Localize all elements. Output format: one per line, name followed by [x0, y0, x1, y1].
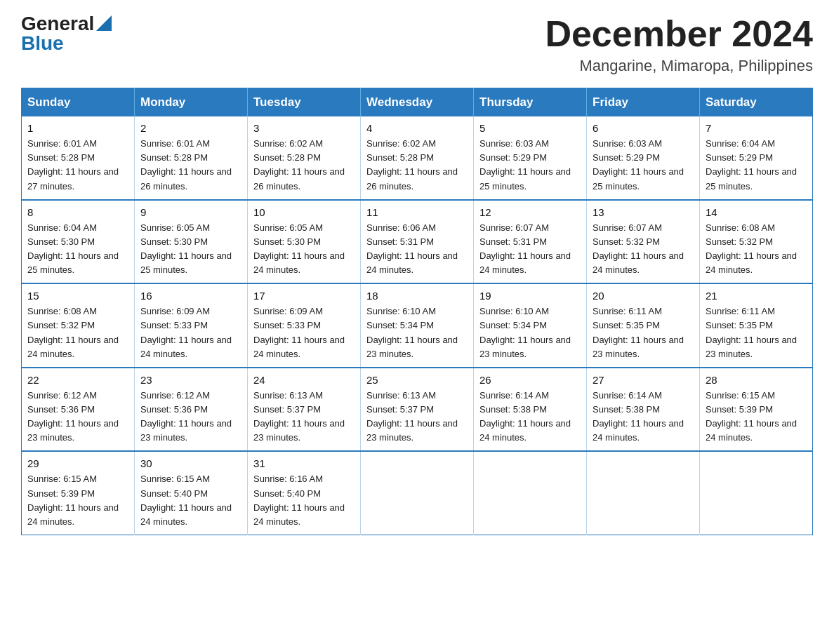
weekday-header-friday: Friday [587, 88, 700, 117]
day-number: 25 [366, 374, 468, 386]
day-info: Sunrise: 6:06 AMSunset: 5:31 PMDaylight:… [366, 221, 468, 278]
day-number: 8 [27, 206, 128, 218]
day-info: Sunrise: 6:12 AMSunset: 5:36 PMDaylight:… [140, 389, 241, 445]
day-number: 20 [593, 290, 694, 302]
day-number: 6 [593, 122, 694, 134]
calendar-day-cell: 1Sunrise: 6:01 AMSunset: 5:28 PMDaylight… [22, 116, 135, 200]
calendar-day-cell: 21Sunrise: 6:11 AMSunset: 5:35 PMDayligh… [700, 283, 813, 368]
day-number: 18 [366, 290, 468, 302]
day-number: 14 [706, 206, 807, 218]
calendar-day-cell: 6Sunrise: 6:03 AMSunset: 5:29 PMDaylight… [587, 116, 700, 200]
day-info: Sunrise: 6:14 AMSunset: 5:38 PMDaylight:… [593, 389, 694, 445]
day-info: Sunrise: 6:15 AMSunset: 5:39 PMDaylight:… [27, 472, 128, 529]
svg-marker-0 [96, 15, 112, 31]
logo-blue-text: Blue [21, 34, 64, 53]
location-subtitle: Mangarine, Mimaropa, Philippines [545, 57, 813, 75]
title-section: December 2024 Mangarine, Mimaropa, Phili… [545, 14, 813, 75]
calendar-week-row: 1Sunrise: 6:01 AMSunset: 5:28 PMDaylight… [22, 116, 813, 200]
day-info: Sunrise: 6:10 AMSunset: 5:34 PMDaylight:… [366, 304, 468, 361]
empty-day-cell [700, 451, 813, 535]
day-number: 12 [479, 206, 581, 218]
day-info: Sunrise: 6:12 AMSunset: 5:36 PMDaylight:… [27, 389, 128, 445]
calendar-day-cell: 8Sunrise: 6:04 AMSunset: 5:30 PMDaylight… [22, 200, 135, 284]
calendar-day-cell: 31Sunrise: 6:16 AMSunset: 5:40 PMDayligh… [248, 451, 361, 535]
day-number: 17 [253, 290, 355, 302]
logo-triangle-icon [96, 15, 112, 31]
calendar-day-cell: 24Sunrise: 6:13 AMSunset: 5:37 PMDayligh… [248, 368, 361, 452]
day-info: Sunrise: 6:16 AMSunset: 5:40 PMDaylight:… [253, 472, 355, 529]
calendar-day-cell: 4Sunrise: 6:02 AMSunset: 5:28 PMDaylight… [361, 116, 474, 200]
day-number: 23 [140, 374, 241, 386]
day-info: Sunrise: 6:02 AMSunset: 5:28 PMDaylight:… [253, 137, 355, 194]
day-number: 7 [706, 122, 807, 134]
day-number: 15 [27, 290, 128, 302]
day-number: 22 [27, 374, 128, 386]
day-info: Sunrise: 6:01 AMSunset: 5:28 PMDaylight:… [140, 137, 241, 194]
day-info: Sunrise: 6:14 AMSunset: 5:38 PMDaylight:… [479, 389, 581, 445]
day-info: Sunrise: 6:15 AMSunset: 5:40 PMDaylight:… [140, 472, 241, 529]
weekday-header-tuesday: Tuesday [248, 88, 361, 117]
calendar-week-row: 8Sunrise: 6:04 AMSunset: 5:30 PMDaylight… [22, 200, 813, 284]
calendar-day-cell: 22Sunrise: 6:12 AMSunset: 5:36 PMDayligh… [22, 368, 135, 452]
day-info: Sunrise: 6:10 AMSunset: 5:34 PMDaylight:… [479, 304, 581, 361]
day-info: Sunrise: 6:05 AMSunset: 5:30 PMDaylight:… [253, 221, 355, 278]
weekday-header-monday: Monday [135, 88, 248, 117]
calendar-day-cell: 12Sunrise: 6:07 AMSunset: 5:31 PMDayligh… [474, 200, 587, 284]
weekday-header-wednesday: Wednesday [361, 88, 474, 117]
calendar-day-cell: 7Sunrise: 6:04 AMSunset: 5:29 PMDaylight… [700, 116, 813, 200]
calendar-day-cell: 10Sunrise: 6:05 AMSunset: 5:30 PMDayligh… [248, 200, 361, 284]
day-number: 28 [706, 374, 807, 386]
calendar-day-cell: 3Sunrise: 6:02 AMSunset: 5:28 PMDaylight… [248, 116, 361, 200]
month-title: December 2024 [545, 14, 813, 54]
calendar-day-cell: 15Sunrise: 6:08 AMSunset: 5:32 PMDayligh… [22, 283, 135, 368]
day-number: 29 [27, 457, 128, 469]
calendar-week-row: 15Sunrise: 6:08 AMSunset: 5:32 PMDayligh… [22, 283, 813, 368]
day-number: 19 [479, 290, 581, 302]
day-number: 2 [140, 122, 241, 134]
calendar-day-cell: 5Sunrise: 6:03 AMSunset: 5:29 PMDaylight… [474, 116, 587, 200]
calendar-day-cell: 26Sunrise: 6:14 AMSunset: 5:38 PMDayligh… [474, 368, 587, 452]
day-info: Sunrise: 6:05 AMSunset: 5:30 PMDaylight:… [140, 221, 241, 278]
day-info: Sunrise: 6:04 AMSunset: 5:30 PMDaylight:… [27, 221, 128, 278]
day-number: 9 [140, 206, 241, 218]
calendar-day-cell: 9Sunrise: 6:05 AMSunset: 5:30 PMDaylight… [135, 200, 248, 284]
calendar-day-cell: 16Sunrise: 6:09 AMSunset: 5:33 PMDayligh… [135, 283, 248, 368]
weekday-header-row: SundayMondayTuesdayWednesdayThursdayFrid… [22, 88, 813, 117]
calendar-day-cell: 14Sunrise: 6:08 AMSunset: 5:32 PMDayligh… [700, 200, 813, 284]
logo-general-text: General [21, 14, 94, 34]
day-number: 30 [140, 457, 241, 469]
calendar-week-row: 22Sunrise: 6:12 AMSunset: 5:36 PMDayligh… [22, 368, 813, 452]
day-number: 3 [253, 122, 355, 134]
day-info: Sunrise: 6:09 AMSunset: 5:33 PMDaylight:… [140, 304, 241, 361]
day-info: Sunrise: 6:08 AMSunset: 5:32 PMDaylight:… [27, 304, 128, 361]
day-number: 21 [706, 290, 807, 302]
day-info: Sunrise: 6:03 AMSunset: 5:29 PMDaylight:… [479, 137, 581, 194]
day-number: 5 [479, 122, 581, 134]
day-info: Sunrise: 6:15 AMSunset: 5:39 PMDaylight:… [706, 389, 807, 445]
calendar-day-cell: 30Sunrise: 6:15 AMSunset: 5:40 PMDayligh… [135, 451, 248, 535]
calendar-day-cell: 23Sunrise: 6:12 AMSunset: 5:36 PMDayligh… [135, 368, 248, 452]
calendar-table: SundayMondayTuesdayWednesdayThursdayFrid… [21, 88, 813, 535]
logo: General Blue [21, 14, 112, 53]
day-number: 11 [366, 206, 468, 218]
day-number: 13 [593, 206, 694, 218]
day-info: Sunrise: 6:04 AMSunset: 5:29 PMDaylight:… [706, 137, 807, 194]
calendar-day-cell: 28Sunrise: 6:15 AMSunset: 5:39 PMDayligh… [700, 368, 813, 452]
weekday-header-saturday: Saturday [700, 88, 813, 117]
empty-day-cell [587, 451, 700, 535]
day-info: Sunrise: 6:07 AMSunset: 5:31 PMDaylight:… [479, 221, 581, 278]
page-header: General Blue December 2024 Mangarine, Mi… [21, 14, 813, 75]
calendar-day-cell: 20Sunrise: 6:11 AMSunset: 5:35 PMDayligh… [587, 283, 700, 368]
day-number: 4 [366, 122, 468, 134]
day-number: 24 [253, 374, 355, 386]
empty-day-cell [361, 451, 474, 535]
calendar-day-cell: 29Sunrise: 6:15 AMSunset: 5:39 PMDayligh… [22, 451, 135, 535]
day-number: 27 [593, 374, 694, 386]
day-info: Sunrise: 6:13 AMSunset: 5:37 PMDaylight:… [253, 389, 355, 445]
calendar-day-cell: 11Sunrise: 6:06 AMSunset: 5:31 PMDayligh… [361, 200, 474, 284]
day-info: Sunrise: 6:07 AMSunset: 5:32 PMDaylight:… [593, 221, 694, 278]
day-info: Sunrise: 6:03 AMSunset: 5:29 PMDaylight:… [593, 137, 694, 194]
calendar-week-row: 29Sunrise: 6:15 AMSunset: 5:39 PMDayligh… [22, 451, 813, 535]
day-number: 31 [253, 457, 355, 469]
weekday-header-sunday: Sunday [22, 88, 135, 117]
